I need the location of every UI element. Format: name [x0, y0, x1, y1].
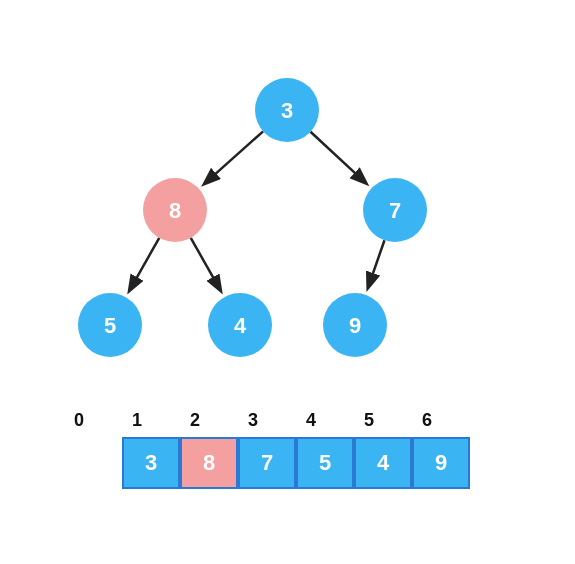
index-number: 2: [166, 410, 224, 431]
tree-edge: [130, 238, 160, 290]
tree-edge: [191, 238, 221, 290]
tree-edge: [368, 240, 384, 287]
index-number: 0: [50, 410, 108, 431]
cells-row: 387549: [122, 437, 540, 489]
tree-node-label: 8: [169, 198, 181, 223]
tree-node-label: 3: [281, 98, 293, 123]
tree-node-label: 9: [349, 313, 361, 338]
index-number: 3: [224, 410, 282, 431]
tree-edge: [205, 131, 263, 183]
tree-node-label: 5: [104, 313, 116, 338]
array-cell: 8: [180, 437, 238, 489]
array-cell: 7: [238, 437, 296, 489]
array-cell: 4: [354, 437, 412, 489]
index-row: 0123456: [40, 410, 540, 431]
tree-diagram: 387549: [0, 55, 575, 415]
tree-node-label: 7: [389, 198, 401, 223]
index-number: 4: [282, 410, 340, 431]
index-number: 6: [398, 410, 456, 431]
array-cell: 3: [122, 437, 180, 489]
tree-node-label: 4: [234, 313, 247, 338]
array-cell: 5: [296, 437, 354, 489]
tree-svg: 387549: [0, 55, 575, 415]
array-cell: 9: [412, 437, 470, 489]
array-section: 0123456 387549: [40, 410, 540, 489]
index-number: 1: [108, 410, 166, 431]
tree-edge: [310, 132, 365, 183]
index-number: 5: [340, 410, 398, 431]
